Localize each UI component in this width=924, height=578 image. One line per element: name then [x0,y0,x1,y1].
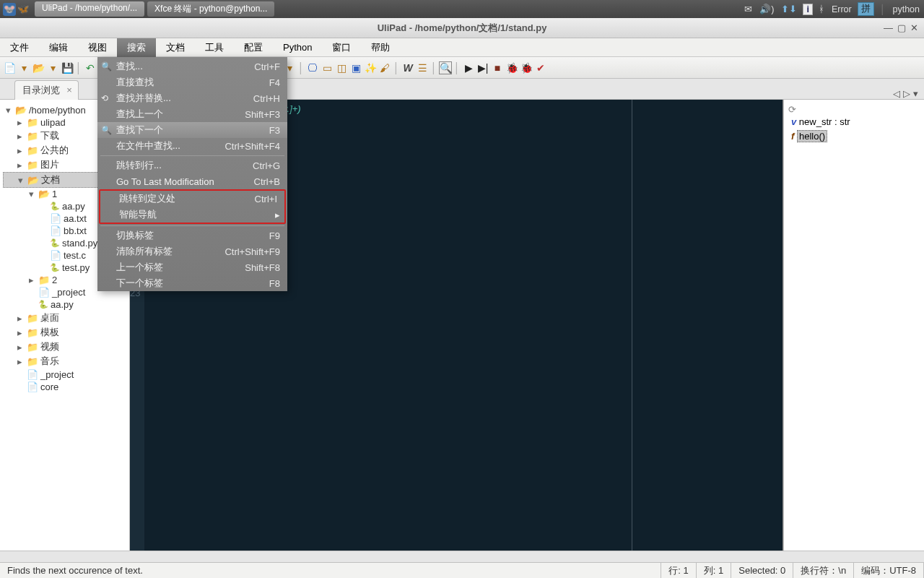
mail-icon[interactable]: ✉ [743,4,754,14]
terminal-icon[interactable]: ▣ [349,61,362,74]
tree-item[interactable]: 📄 core [3,381,126,393]
tree-item[interactable]: ▸📁 音乐 [3,354,126,368]
menuitem-查找下一个[interactable]: 🔍查找下一个F3 [97,122,287,138]
folder-icon: 📁 [27,313,38,324]
xfce-menu-icon[interactable]: 🐭 [3,3,16,16]
menuitem-跳转到行...[interactable]: 跳转到行...Ctrl+G [97,158,287,173]
menuitem-下一个标签[interactable]: 下一个标签F8 [97,275,287,291]
menuitem-Go To Last Modification[interactable]: Go To Last ModificationCtrl+B [97,173,287,189]
file-icon: 📄 [50,250,61,261]
taskbar-item-ulipad[interactable]: UliPad - /home/python/... [35,1,144,17]
bluetooth-icon[interactable]: ᚼ [817,4,826,14]
folder-icon: 📁 [27,131,38,142]
split-icon[interactable]: ◫ [335,61,348,74]
editor-ruler [632,100,632,551]
status-hint: Finds the next occurence of text. [0,563,661,578]
tree-item[interactable]: ▸📁 视频 [3,340,126,354]
menu-视图[interactable]: 视图 [78,38,117,57]
ime-indicator[interactable]: 拼 [858,2,874,16]
tree-item[interactable]: 📄 _project [3,368,126,381]
toolbar-separator: │ [453,61,461,74]
error-label: Error [830,4,853,14]
taskbar-item-terminal[interactable]: Xfce 终端 - python@python... [147,1,274,17]
folder-icon: 📁 [27,342,38,353]
undo-icon[interactable]: ↶ [84,61,97,74]
menuitem-智能导航[interactable]: 智能导航▸ [100,207,284,223]
window-icon[interactable]: 🖵 [306,61,319,74]
menuitem-查找上一个[interactable]: 查找上一个Shift+F3 [97,106,287,122]
tab-next-icon[interactable]: ▷ [903,88,910,99]
statusbar: Finds the next occurence of text. 行: 1 列… [0,562,924,578]
new-file-icon[interactable]: 📄 [3,61,16,74]
folder-icon: 📂 [15,105,27,116]
stop-icon[interactable]: ■ [491,61,504,74]
user-label[interactable]: python [891,4,921,14]
menu-编辑[interactable]: 编辑 [39,38,78,57]
outline-panel: ⟳ v new_str : strf hello() [783,100,924,551]
run-icon[interactable]: ▶ [462,61,475,74]
folder-icon: 📁 [27,327,38,338]
menu-文件[interactable]: 文件 [0,38,39,57]
new-dropdown-icon[interactable]: ▾ [17,61,30,74]
menu-Python[interactable]: Python [273,39,322,56]
search-menu-dropdown: 🔍查找...Ctrl+F直接查找F4⟲查找并替换...Ctrl+H查找上一个Sh… [97,57,287,291]
run-to-icon[interactable]: ▶| [476,61,489,74]
toolbar-separator: │ [75,61,82,74]
file-icon: 📄 [50,225,61,236]
app-icon: 🦋 [17,4,29,14]
maximize-button[interactable]: ▢ [897,22,906,33]
menuitem-清除所有标签[interactable]: 清除所有标签Ctrl+Shift+F9 [97,243,287,259]
volume-icon[interactable]: 🔊) [758,4,775,14]
tab-label: 目录浏览 [22,85,60,95]
info-icon[interactable]: i [803,4,812,15]
tree-item[interactable]: 🐍 aa.py [3,298,126,311]
menu-工具[interactable]: 工具 [195,38,234,57]
folder-icon: 📂 [38,189,50,199]
panel-icon[interactable]: ▭ [321,61,334,74]
tab-directory-browse[interactable]: 目录浏览 × [14,80,79,100]
close-icon[interactable]: × [66,85,72,95]
folder-icon: 📁 [27,356,38,367]
horizontal-scrollbar[interactable] [0,551,924,562]
wrap-w-icon[interactable]: W [401,61,414,74]
open-icon[interactable]: 📂 [32,61,45,74]
menuitem-上一个标签[interactable]: 上一个标签Shift+F8 [97,259,287,275]
menu-搜索[interactable]: 搜索 [117,38,156,57]
preview-icon[interactable]: 🔍 [439,61,452,74]
folder-icon: 📁 [38,275,50,285]
status-encoding: 编码：UTF-8 [854,563,924,578]
tab-prev-icon[interactable]: ◁ [893,88,900,99]
status-col: 列: 1 [697,563,731,578]
menuitem-查找...[interactable]: 🔍查找...Ctrl+F [97,59,287,74]
menuitem-在文件中查找...[interactable]: 在文件中查找...Ctrl+Shift+F4 [97,138,287,154]
wand-icon[interactable]: ✨ [364,61,377,74]
tab-menu-icon[interactable]: ▾ [913,88,918,99]
menu-窗口[interactable]: 窗口 [322,38,361,57]
outline-item[interactable]: f hello() [788,129,920,144]
menu-配置[interactable]: 配置 [234,38,273,57]
check-icon[interactable]: ✔ [534,61,547,74]
file-icon: 📄 [27,381,38,392]
outline-item[interactable]: v new_str : str [788,115,920,129]
open-dropdown-icon[interactable]: ▾ [46,61,59,74]
menuitem-直接查找[interactable]: 直接查找F4 [97,74,287,90]
menu-文档[interactable]: 文档 [156,38,195,57]
bug1-icon[interactable]: 🐞 [505,61,518,74]
toolbar-separator: │ [297,61,305,74]
tree-item[interactable]: ▸📁 模板 [3,325,126,340]
refresh-icon[interactable]: ⟳ [788,104,920,115]
menuitem-查找并替换...[interactable]: ⟲查找并替换...Ctrl+H [97,90,287,106]
close-button[interactable]: ✕ [910,22,918,33]
network-icon[interactable]: ⬆⬇ [780,4,798,14]
minimize-button[interactable]: — [884,22,893,33]
save-icon[interactable]: 💾 [61,61,74,74]
brush-icon[interactable]: 🖌 [378,61,391,74]
indent-icon[interactable]: ☰ [416,61,429,74]
menuitem-切换标签[interactable]: 切换标签F9 [97,228,287,243]
python-file-icon: 🐍 [50,202,60,211]
menuitem-跳转到定义处[interactable]: 跳转到定义处Ctrl+I [100,191,284,207]
folder-icon: 📂 [27,175,39,186]
bug2-icon[interactable]: 🐞 [520,61,533,74]
menu-帮助[interactable]: 帮助 [361,38,400,57]
tree-item[interactable]: ▸📁 桌面 [3,311,126,325]
